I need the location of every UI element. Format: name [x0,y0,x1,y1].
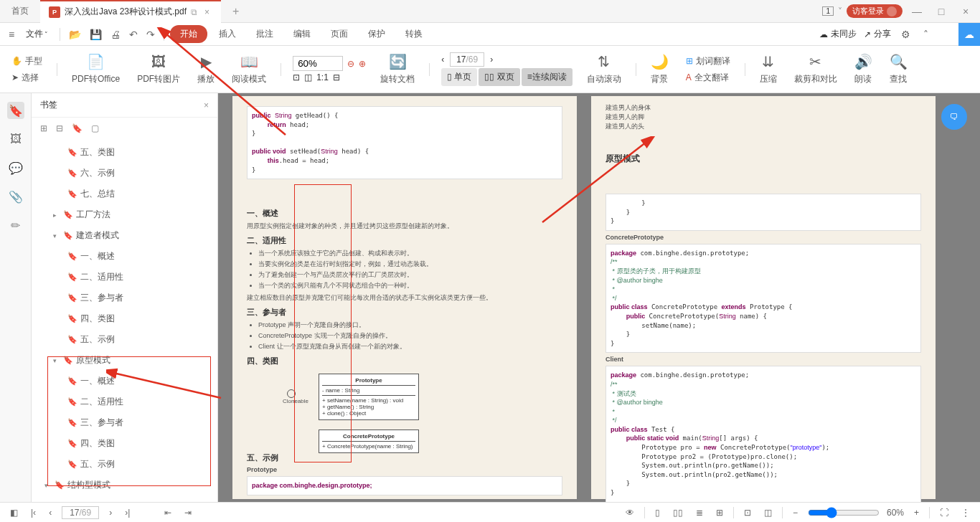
tab-home[interactable]: 首页 [0,0,40,23]
undo-icon[interactable]: ↶ [126,26,141,43]
bookmark-item[interactable]: ▾🔖建造者模式 [32,225,217,246]
hamburger-icon[interactable]: ≡ [6,26,17,43]
expand-icon[interactable]: ▾ [44,482,52,489]
prev-page-icon[interactable]: ‹ [46,506,55,519]
zoom-out-icon[interactable]: ⊖ [347,59,354,69]
view-single-icon[interactable]: ▯ [652,506,663,519]
background-button[interactable]: 🌙背景 [645,50,674,88]
bookmark-item[interactable]: ▸🔖工厂方法 [32,204,217,225]
sidebar-toggle-icon[interactable]: ◧ [7,506,21,519]
expand-icon[interactable]: ▾ [53,357,60,364]
zoom-in-icon[interactable]: ⊕ [359,59,366,69]
guest-login-button[interactable]: 访客登录 [847,4,903,18]
bookmark-item[interactable]: 🔖六、示例 [32,163,217,184]
indent-left-icon[interactable]: ⇤ [161,506,174,519]
expand-icon[interactable]: ▾ [53,232,60,239]
select-translate-button[interactable]: ⊞划词翻译 [683,54,733,69]
fit-height-icon[interactable]: ⊟ [333,72,340,82]
menu-protect[interactable]: 保护 [359,25,394,43]
indent-right-icon[interactable]: ⇥ [182,506,194,519]
sync-status[interactable]: ☁未同步 [819,28,857,40]
continuous-button[interactable]: ≡连续阅读 [522,68,573,86]
menu-insert[interactable]: 插入 [210,25,245,43]
bookmark-item[interactable]: 🔖一、概述 [32,371,217,392]
zoom-in-icon[interactable]: + [911,506,922,519]
zoom-slider[interactable] [808,507,880,518]
read-aloud-button[interactable]: 🔊朗读 [849,50,878,88]
bookmark-item[interactable]: 🔖四、类图 [32,308,217,329]
bookmark-item[interactable]: 🔖三、参与者 [32,288,217,308]
rotate-button[interactable]: 🔄旋转文档 [374,50,420,88]
play-button[interactable]: ▶播放 [192,50,220,88]
next-page-icon[interactable]: › [490,54,493,65]
bookmark-add-icon[interactable]: 🔖 [72,123,83,133]
share-button[interactable]: ↗分享 [864,28,891,40]
crop-compare-button[interactable]: ✂裁剪和对比 [788,50,843,88]
compress-button[interactable]: ⇊压缩 [754,50,783,88]
minimize-button[interactable]: — [907,6,927,17]
sb-page-input[interactable]: 17 [70,508,79,518]
settings-icon[interactable]: ⚙ [898,26,913,43]
pdf-to-image-button[interactable]: 🖼PDF转图片 [131,51,186,88]
tab-close-icon[interactable]: × [202,7,212,17]
save-icon[interactable]: 💾 [87,26,105,43]
zoom-out-icon[interactable]: − [790,506,801,519]
bookmark-item[interactable]: 🔖三、参与者 [32,412,217,433]
maximize-button[interactable]: □ [931,6,951,17]
page-input[interactable]: 17 [456,54,466,65]
collapse-ribbon-icon[interactable]: ˄ [920,26,931,43]
bookmark-item[interactable]: ▾🔖原型模式 [32,350,217,371]
zoom-select[interactable] [293,56,343,71]
bookmark-item[interactable]: 🔖七、总结 [32,184,217,204]
float-assist-button[interactable]: 🗨 [941,104,967,130]
last-page-icon[interactable]: ›| [122,506,133,519]
bookmark-item[interactable]: 🔖五、示例 [32,454,217,475]
document-view[interactable]: public String getHead() { return head; }… [218,93,980,502]
menu-annotate[interactable]: 批注 [248,25,282,43]
find-button[interactable]: 🔍查找 [884,50,913,88]
bookmarks-icon[interactable]: 🔖 [7,102,24,119]
next-page-icon[interactable]: › [106,506,115,519]
comments-icon[interactable]: 💬 [7,159,24,176]
bookmark-item[interactable]: 🔖二、适用性 [32,267,217,288]
collapse-all-icon[interactable]: ⊟ [56,123,63,133]
fit-width-icon[interactable]: ⊡ [293,72,300,82]
bookmark-item[interactable]: 🔖二、适用性 [32,392,217,412]
eye-icon[interactable]: 👁 [623,506,637,519]
expand-all-icon[interactable]: ⊞ [40,123,47,133]
close-window-button[interactable]: × [956,6,976,17]
more-icon[interactable]: ⋮ [958,506,973,519]
tab-active-file[interactable]: P 深入浅出Java 23种设计模式.pdf ⧉ × [40,0,221,23]
bookmark-nav-icon[interactable]: ▢ [91,123,99,133]
actual-size-icon[interactable]: 1:1 [316,72,329,82]
menu-start[interactable]: 开始 [170,25,207,43]
full-translate-button[interactable]: A全文翻译 [683,70,733,85]
cloud-badge[interactable]: ☁ [958,23,980,46]
file-menu[interactable]: 文件˅ [20,28,54,40]
select-tool[interactable]: ➤选择 [9,70,45,85]
double-page-button[interactable]: ▯▯ 双页 [479,68,519,86]
bookmark-item[interactable]: ▾🔖结构型模式 [32,475,217,495]
single-page-button[interactable]: ▯ 单页 [441,68,477,86]
fullscreen-icon[interactable]: ⛶ [937,506,951,519]
signature-icon[interactable]: ✏ [7,217,24,234]
open-icon[interactable]: 📂 [66,26,84,43]
bookmark-item[interactable]: 🔖一、概述 [32,246,217,267]
fit-icon[interactable]: ⊡ [741,506,754,519]
read-mode-button[interactable]: 📖阅读模式 [226,50,272,88]
thumbnails-icon[interactable]: 🖼 [7,130,24,148]
redo-icon[interactable]: ↷ [143,26,158,43]
menu-convert[interactable]: 转换 [397,25,431,43]
prev-page-icon[interactable]: ‹ [441,54,444,65]
print-icon[interactable]: 🖨 [108,26,123,43]
bookmark-item[interactable]: 🔖五、示例 [32,329,217,350]
new-tab-button[interactable]: + [221,5,250,18]
bookmark-item[interactable]: 🔖五、类图 [32,142,217,163]
view-grid-icon[interactable]: ⊞ [713,506,726,519]
dropdown-icon[interactable]: ˅ [838,6,842,16]
pdf-to-office-button[interactable]: 📄PDF转Office [66,50,126,88]
fit-page-icon[interactable]: ◫ [304,72,312,82]
view-double-icon[interactable]: ▯▯ [670,506,686,519]
menu-edit[interactable]: 编辑 [285,25,319,43]
hand-tool[interactable]: ✋手型 [9,54,45,69]
